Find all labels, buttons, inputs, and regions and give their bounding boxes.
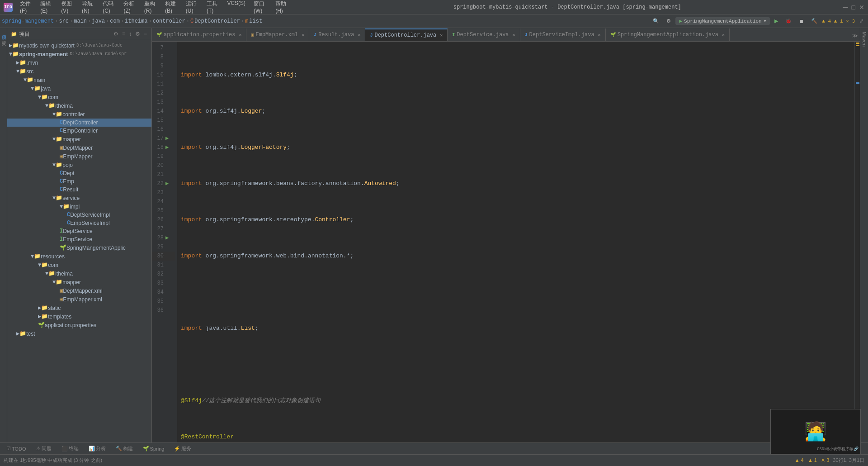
sidebar-scroll-btn[interactable]: ↕ [128,30,132,38]
tree-item-itheima[interactable]: ▼ 📁 itheima [7,101,151,110]
tree-item-springmangement[interactable]: 🌱 SpringMangementApplic [7,243,151,252]
sidebar-settings-btn[interactable]: ⚙ [134,30,141,38]
menu-vcs[interactable]: VCS(S) [223,0,249,16]
menu-edit[interactable]: 编辑(E) [37,0,57,16]
panel-commit[interactable]: 提交 [0,35,7,39]
maximize-button[interactable]: □ [852,4,855,11]
breadcrumb-src[interactable]: src [59,18,69,24]
search-button[interactable]: 🔍 [650,17,662,25]
sidebar-collapse-btn[interactable]: ≡ [121,30,126,38]
run-icon-17[interactable]: ▶ [165,134,173,143]
breadcrumb-com[interactable]: com [110,18,120,24]
run-config-dropdown-icon[interactable]: ▾ [764,18,767,24]
breadcrumb-method[interactable]: list [249,18,262,24]
tree-item-emp[interactable]: C Emp [7,177,151,185]
tree-item-empcontroller[interactable]: C EmpController [7,127,151,135]
menu-run[interactable]: 运行(U) [182,0,202,16]
tab-build[interactable]: 🔨 构建 [111,444,137,453]
run-button[interactable]: ▶ [772,17,781,25]
build-button[interactable]: 🔨 [808,17,820,25]
tree-item-itheima2[interactable]: ▼ 📁 itheima [7,269,151,278]
tree-item-deptcontroller[interactable]: C DeptController [7,119,151,127]
tree-item-deptmapper[interactable]: ▣ DeptMapper [7,143,151,152]
tab-close[interactable]: ✕ [722,32,725,38]
tree-item-empmapper[interactable]: ▣ EmpMapper [7,152,151,161]
tree-item-main[interactable]: ▼ 📁 main [7,76,151,84]
tab-deptcontroller[interactable]: J DeptController.java ✕ [365,29,448,41]
tab-springmangement[interactable]: 🌱 SpringMangementApplication.java ✕ [606,29,730,41]
tab-result[interactable]: J Result.java ✕ [309,29,365,41]
tab-close[interactable]: ✕ [598,32,601,38]
run-icon-18[interactable]: ▶ [165,143,173,152]
tree-item-com2[interactable]: ▼ 📁 com [7,261,151,269]
tree-item-dept[interactable]: C Dept [7,169,151,177]
tab-todo[interactable]: ☑ TODO [2,445,31,452]
tab-app-properties[interactable]: 🌱 application.properties ✕ [152,29,246,41]
minimize-button[interactable]: ─ [843,3,848,11]
tree-item-mybatis[interactable]: ▶ 📁 mybatis-own-quickstart D:\Java\Java-… [7,41,151,50]
menu-build[interactable]: 构建(B) [161,0,181,16]
debug-button[interactable]: 🐞 [783,17,794,25]
tree-item-deptmapper-xml[interactable]: ▣ DeptMapper.xml [7,286,151,295]
tab-close[interactable]: ✕ [358,32,360,38]
tree-item-mvn[interactable]: ▶ 📁 .mvn [7,58,151,67]
sidebar-menu-btn[interactable]: ⚙ [113,30,119,38]
tree-item-spring[interactable]: ▼ 📁 spring-mangement D:\Java\Java-Code\s… [7,50,151,58]
tab-problems[interactable]: ⚠ 问题 [32,444,56,453]
tree-item-resources[interactable]: ▼ 📁 resources [7,252,151,261]
menu-view[interactable]: 视图(V) [57,0,77,16]
menu-help[interactable]: 帮助(H) [272,0,292,16]
tab-close[interactable]: ✕ [513,32,515,38]
tree-item-deptservice[interactable]: I DeptService [7,227,151,235]
sidebar-hide-btn[interactable]: − [143,30,148,38]
breadcrumb-itheima[interactable]: itheima [125,18,147,24]
tab-analysis[interactable]: 📊 分析 [84,444,110,453]
panel-structure[interactable]: 结构 [0,437,7,441]
tree-item-pojo[interactable]: ▼ 📁 pojo [7,161,151,169]
tab-close[interactable]: ✕ [239,32,241,38]
tab-deptservice[interactable]: I DeptService.java ✕ [448,29,520,41]
stop-button[interactable]: ⏹ [796,18,807,25]
tree-item-deptserviceimpl[interactable]: C DeptServiceImpl [7,211,151,219]
tree-item-com[interactable]: ▼ 📁 com [7,93,151,101]
code-content[interactable]: import lombok.extern.slf4j.Slf4j; import… [177,42,854,442]
tab-empmapper[interactable]: ▣ EmpMapper.xml ✕ [246,29,309,41]
tree-item-src[interactable]: ▼ 📁 src [7,67,151,76]
tab-spring[interactable]: 🌱 Spring [138,445,169,452]
tab-close[interactable]: ✕ [440,33,443,38]
breadcrumb-main[interactable]: main [74,18,87,24]
maven-label[interactable]: Maven [861,30,868,48]
tree-item-test[interactable]: ▶ 📁 test [7,329,151,338]
tree-item-templates[interactable]: ▶ 📁 templates [7,312,151,321]
menu-window[interactable]: 窗口(W) [250,0,271,16]
tree-item-static[interactable]: ▶ 📁 static [7,304,151,312]
menu-code[interactable]: 代码(C) [99,0,119,16]
menu-tools[interactable]: 工具(T) [203,0,222,16]
menu-navigate[interactable]: 导航(N) [78,0,98,16]
tree-item-result[interactable]: C Result [7,185,151,194]
tree-item-service[interactable]: ▼ 📁 service [7,194,151,202]
tree-item-controller[interactable]: ▼ 📁 controller [7,110,151,119]
tab-terminal[interactable]: ⬛ 终端 [57,444,83,453]
breadcrumb-controller[interactable]: controller [153,18,185,24]
tab-deptserviceimpl[interactable]: J DeptServiceImpl.java ✕ [520,29,606,41]
menu-analyze[interactable]: 分析(Z) [120,0,139,16]
expand-button[interactable]: ⤢ [857,17,866,25]
tree-item-java[interactable]: ▼ 📁 java [7,84,151,93]
menu-refactor[interactable]: 重构(R) [141,0,160,16]
tree-item-empservice[interactable]: I EmpService [7,235,151,243]
run-icon-28[interactable]: ▶ [165,233,173,243]
tab-more[interactable]: ≫ [850,31,860,41]
tab-close[interactable]: ✕ [302,32,304,38]
panel-project[interactable]: 项目 [0,30,7,33]
tree-item-empserviceimpl[interactable]: C EmpServiceImpl [7,219,151,227]
tab-services[interactable]: ⚡ 服务 [170,444,196,453]
tree-item-mapper[interactable]: ▼ 📁 mapper [7,135,151,143]
breadcrumb-class[interactable]: DeptController [194,18,240,24]
settings-button[interactable]: ⚙ [664,17,674,25]
menu-file[interactable]: 文件(F) [16,0,36,16]
close-button[interactable]: ✕ [859,4,864,11]
tree-item-appprops[interactable]: 🌱 application.properties [7,321,151,329]
tree-item-impl[interactable]: ▼ 📁 impl [7,202,151,211]
breadcrumb-java[interactable]: java [92,18,105,24]
